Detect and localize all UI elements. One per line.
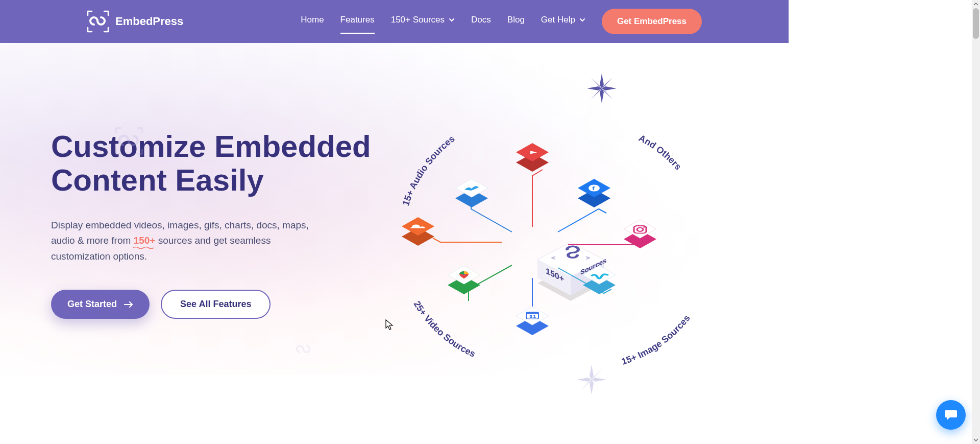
get-started-button[interactable]: Get Started	[51, 290, 150, 319]
get-embedpress-button[interactable]: Get EmbedPress	[602, 9, 702, 34]
get-started-label: Get Started	[67, 299, 117, 310]
hero-description: Display embedded videos, images, gifs, c…	[51, 218, 332, 264]
tile-youtube	[514, 140, 551, 177]
iso-stage: 150+ Sources	[532, 242, 609, 298]
tile-vimeo	[581, 263, 618, 299]
chevron-down-icon	[449, 17, 455, 23]
tile-facebook: f	[576, 176, 612, 213]
chevron-down-icon	[579, 17, 585, 23]
logo-icon	[87, 10, 109, 33]
hero-title-line2: Content Easily	[51, 163, 264, 197]
svg-marker-28	[583, 266, 616, 284]
svg-marker-12	[455, 179, 488, 197]
nav-label-gethelp: Get Help	[541, 15, 575, 25]
nav-item-gethelp[interactable]: Get Help	[541, 15, 585, 28]
decor-logo-ghost	[115, 127, 143, 155]
nav-label-sources: 150+ Sources	[391, 15, 445, 25]
hero-title: Customize Embedded Content Easily	[51, 130, 383, 197]
svg-text:f: f	[592, 185, 595, 191]
tile-gmaps	[446, 263, 482, 299]
svg-text:31: 31	[529, 315, 536, 319]
svg-point-23	[643, 226, 645, 227]
nav-item-docs[interactable]: Docs	[471, 15, 491, 28]
svg-rect-32	[526, 312, 538, 314]
decor-logo-ghost-small	[293, 339, 314, 360]
tile-twitter	[453, 176, 490, 213]
hero-title-line1: Customize Embedded	[51, 129, 371, 163]
see-all-features-button[interactable]: See All Features	[161, 290, 271, 319]
nav-item-sources[interactable]: 150+ Sources	[391, 15, 455, 28]
nav-item-home[interactable]: Home	[301, 15, 324, 28]
hero-section: Customize Embedded Content Easily Displa…	[0, 43, 789, 375]
nav-label-docs: Docs	[471, 15, 491, 25]
arrow-right-icon	[124, 301, 133, 308]
cursor-icon	[385, 319, 394, 331]
nav-label-features: Features	[340, 15, 375, 25]
cta-label: Get EmbedPress	[617, 16, 687, 26]
nav-item-blog[interactable]: Blog	[507, 15, 525, 28]
hero-buttons: Get Started See All Features	[51, 290, 383, 319]
tile-soundcloud	[400, 214, 436, 251]
hero-desc-highlight: 150+	[134, 235, 156, 246]
nav-links: Home Features 150+ Sources Docs Blog Get…	[301, 9, 702, 34]
hero-left: Customize Embedded Content Easily Displa…	[51, 79, 383, 375]
nav-label-blog: Blog	[507, 15, 525, 25]
hero-illustration: 15+ Audio Sources And Others 25+ Video S…	[383, 79, 758, 375]
logo-group[interactable]: EmbedPress	[87, 10, 183, 33]
tile-instagram	[622, 217, 658, 253]
nav-label-home: Home	[301, 15, 324, 25]
tile-gcal: 31	[514, 303, 551, 340]
nav-item-features[interactable]: Features	[340, 15, 375, 28]
svg-marker-20	[624, 220, 656, 238]
logo-text: EmbedPress	[115, 15, 183, 28]
see-all-features-label: See All Features	[180, 299, 251, 309]
navbar: EmbedPress Home Features 150+ Sources Do…	[0, 0, 789, 43]
